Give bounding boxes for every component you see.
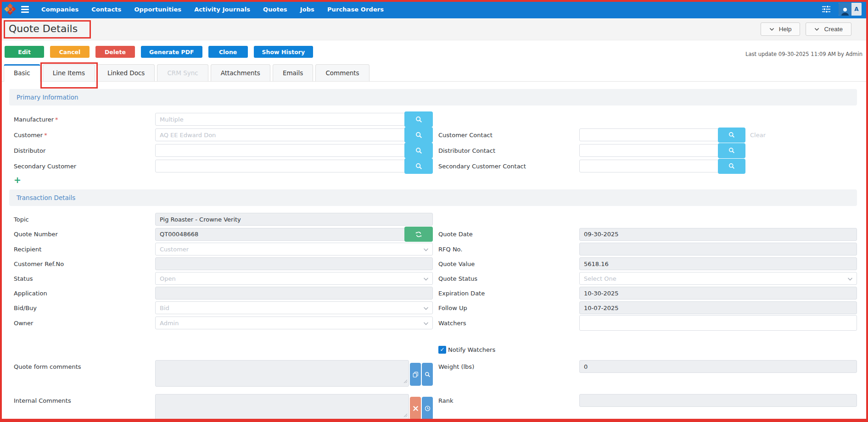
notify-watchers-label: Notify Watchers — [448, 346, 495, 353]
bid-buy-input[interactable] — [155, 301, 433, 314]
status-input[interactable] — [155, 272, 433, 285]
topic-input[interactable] — [155, 213, 433, 226]
notify-watchers-row: Notify Watchers — [0, 343, 868, 356]
secondary-customer-label: Secondary Customer — [14, 163, 155, 170]
status-row: Status Quote Status — [0, 271, 868, 286]
transaction-details-header: Transaction Details — [9, 189, 857, 206]
customer-search-button[interactable] — [404, 127, 433, 143]
customer-ref-no-row: Customer Ref.No Quote Value — [0, 256, 868, 271]
quote-number-refresh-button[interactable] — [404, 227, 433, 242]
secondary-customer-row: Secondary Customer Secondary Customer Co… — [0, 158, 868, 174]
customer-contact-input[interactable] — [579, 128, 719, 141]
distributor-label: Distributor — [14, 147, 155, 154]
follow-up-input[interactable] — [579, 301, 857, 314]
recipient-input[interactable] — [155, 243, 433, 255]
search-icon — [728, 132, 735, 138]
internal-comments-label: Internal Comments — [14, 394, 155, 404]
owner-row: Owner Watchers — [0, 315, 868, 331]
watchers-input[interactable] — [579, 315, 857, 331]
tab-attachments[interactable]: Attachments — [211, 64, 270, 81]
quote-number-input[interactable] — [155, 228, 405, 241]
quote-form-comments-label: Quote form comments — [14, 360, 155, 370]
rank-input[interactable] — [579, 394, 857, 407]
quote-date-input[interactable] — [579, 228, 857, 241]
search-icon — [415, 132, 422, 139]
nav-item-quotes[interactable]: Quotes — [263, 6, 287, 13]
quote-value-input[interactable] — [579, 257, 857, 270]
recipient-label: Recipient — [14, 246, 155, 253]
secondary-customer-contact-search-button[interactable] — [718, 159, 745, 174]
quote-form-comments-textarea[interactable] — [155, 360, 409, 387]
quote-value-label: Quote Value — [438, 261, 579, 267]
add-plus-icon[interactable]: + — [14, 176, 21, 184]
secondary-customer-contact-label: Secondary Customer Contact — [438, 163, 579, 170]
clone-button[interactable]: Clone — [208, 46, 248, 58]
create-button[interactable]: Create — [806, 22, 851, 36]
secondary-customer-contact-input[interactable] — [579, 160, 719, 172]
nav-item-opportunities[interactable]: Opportunities — [134, 6, 181, 13]
internal-comments-clear-button[interactable] — [410, 397, 421, 420]
internal-comments-history-button[interactable] — [422, 397, 433, 420]
main-menu: Companies Contacts Opportunities Activit… — [41, 6, 384, 13]
quote-details-page: Companies Contacts Opportunities Activit… — [0, 0, 868, 422]
tab-linked-docs[interactable]: Linked Docs — [97, 64, 155, 81]
owner-select[interactable] — [155, 316, 433, 329]
nav-item-contacts[interactable]: Contacts — [91, 6, 121, 13]
customer-label: Customer* — [14, 132, 155, 139]
distributor-input[interactable] — [155, 144, 405, 157]
quote-status-input[interactable] — [579, 272, 857, 285]
bid-buy-select[interactable] — [155, 301, 433, 314]
edit-button[interactable]: Edit — [5, 46, 44, 58]
show-history-button[interactable]: Show History — [254, 46, 313, 58]
generate-pdf-button[interactable]: Generate PDF — [141, 46, 202, 58]
notify-watchers-checkbox[interactable] — [438, 346, 446, 354]
secondary-customer-input[interactable] — [155, 160, 405, 172]
application-input[interactable] — [155, 287, 433, 300]
quote-number-row: Quote Number Quote Date — [0, 227, 868, 242]
tab-crm-sync: CRM Sync — [157, 64, 208, 81]
expiration-date-input[interactable] — [579, 287, 857, 300]
create-button-label: Create — [824, 26, 843, 33]
manufacturer-input[interactable] — [155, 113, 405, 126]
nav-item-activity-journals[interactable]: Activity Journals — [194, 6, 250, 13]
search-icon — [728, 147, 735, 154]
distributor-search-button[interactable] — [404, 143, 433, 158]
distributor-contact-search-button[interactable] — [718, 143, 745, 158]
tab-basic[interactable]: Basic — [4, 64, 40, 82]
distributor-contact-input[interactable] — [579, 144, 719, 157]
recipient-select[interactable] — [155, 243, 433, 255]
delete-button[interactable]: Delete — [95, 46, 135, 58]
weight-input[interactable] — [579, 360, 857, 373]
customer-contact-clear-link[interactable]: Clear — [750, 132, 766, 139]
quote-status-select[interactable] — [579, 272, 857, 285]
rfq-no-input[interactable] — [579, 243, 857, 255]
nav-item-jobs[interactable]: Jobs — [300, 6, 314, 13]
chevron-down-icon — [769, 28, 774, 31]
search-icon — [728, 163, 735, 169]
customer-ref-no-input[interactable] — [155, 257, 433, 270]
help-button[interactable]: Help — [761, 22, 801, 36]
customer-input[interactable] — [155, 128, 405, 141]
nav-item-companies[interactable]: Companies — [41, 6, 78, 13]
cancel-button[interactable]: Cancel — [50, 46, 90, 58]
menu-hamburger-icon[interactable] — [21, 3, 33, 15]
quote-form-comments-copy-button[interactable] — [410, 363, 421, 386]
nav-item-purchase-orders[interactable]: Purchase Orders — [327, 6, 384, 13]
tab-line-items[interactable]: Line Items — [43, 64, 95, 81]
secondary-customer-search-button[interactable] — [404, 158, 433, 174]
tab-emails[interactable]: Emails — [273, 64, 314, 81]
quote-form-comments-search-button[interactable] — [422, 363, 433, 386]
owner-input[interactable] — [155, 316, 433, 329]
customer-contact-search-button[interactable] — [718, 128, 745, 143]
quote-status-label: Quote Status — [438, 275, 579, 282]
tab-comments[interactable]: Comments — [315, 64, 369, 81]
manufacturer-search-button[interactable] — [404, 111, 433, 127]
status-select[interactable] — [155, 272, 433, 285]
user-avatar-icon — [839, 3, 851, 16]
user-avatar[interactable]: A — [839, 3, 862, 16]
owner-label: Owner — [14, 320, 155, 327]
quote-number-label: Quote Number — [14, 231, 155, 238]
watchers-label: Watchers — [438, 320, 579, 327]
internal-comments-textarea[interactable] — [155, 394, 409, 421]
settings-sliders-icon[interactable] — [821, 5, 831, 14]
